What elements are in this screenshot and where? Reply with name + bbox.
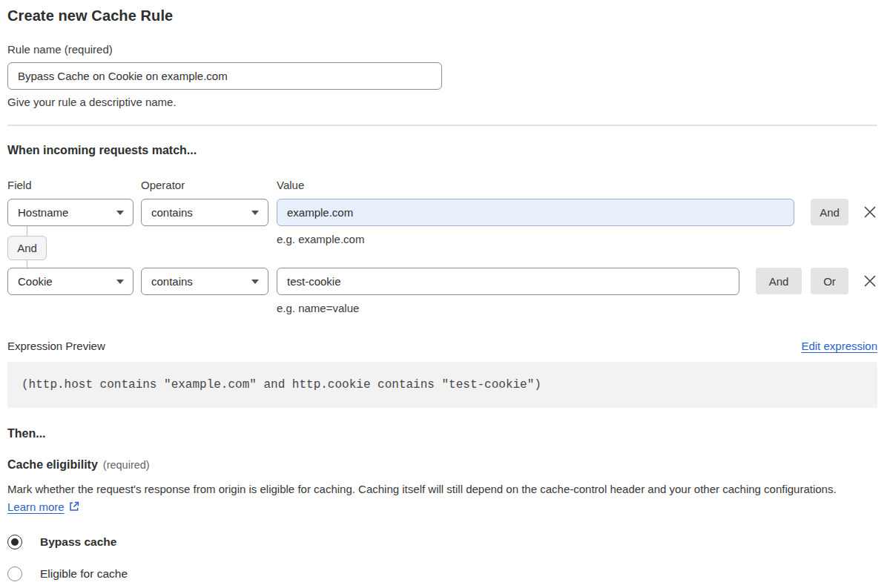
remove-condition-button-2[interactable]	[863, 274, 877, 291]
radio-option-eligible-for-cache[interactable]: Eligible for cache	[7, 566, 877, 581]
connector-and-button[interactable]: And	[7, 236, 47, 260]
radio-unselected-icon[interactable]	[7, 566, 22, 581]
expression-preview-box: (http.host contains "example.com" and ht…	[7, 362, 877, 408]
close-icon	[863, 205, 877, 219]
value-example-1: e.g. example.com	[277, 233, 794, 245]
operator-select-2[interactable]: contains	[141, 268, 268, 295]
remove-condition-button-1[interactable]	[863, 205, 877, 222]
condition-row-1: Hostname contains e.g. example.com And	[7, 199, 877, 245]
external-link-icon	[68, 500, 80, 518]
required-label: (required)	[103, 459, 150, 471]
radio-label-bypass-cache: Bypass cache	[40, 535, 116, 549]
operator-select-2-value: contains	[151, 275, 193, 288]
chevron-down-icon	[116, 280, 124, 284]
expression-header: Expression Preview Edit expression	[7, 340, 877, 352]
value-column-label: Value	[277, 179, 304, 191]
chevron-down-icon	[251, 211, 259, 215]
field-select-1-value: Hostname	[18, 206, 68, 219]
rule-name-help: Give your rule a descriptive name.	[7, 96, 877, 108]
expression-preview-label: Expression Preview	[7, 340, 105, 352]
value-column-2: e.g. name=value	[277, 268, 739, 314]
cache-eligibility-heading: Cache eligibility(required)	[7, 458, 877, 472]
value-input-1[interactable]	[277, 199, 794, 226]
close-icon	[863, 274, 877, 288]
field-select-1[interactable]: Hostname	[7, 199, 134, 226]
radio-label-eligible-for-cache: Eligible for cache	[40, 567, 128, 581]
rule-name-input[interactable]	[7, 62, 442, 90]
condition-rows: Hostname contains e.g. example.com And	[7, 199, 877, 314]
add-and-button-2[interactable]: And	[756, 268, 802, 294]
page-title: Create new Cache Rule	[7, 7, 877, 24]
cache-eligibility-description: Mark whether the request's response from…	[7, 480, 868, 518]
description-text: Mark whether the request's response from…	[7, 483, 837, 495]
logic-buttons-1: And	[811, 199, 848, 225]
create-cache-rule-form: Create new Cache Rule Rule name (require…	[7, 0, 877, 581]
then-heading: Then...	[7, 427, 877, 440]
add-or-button-2[interactable]: Or	[811, 268, 848, 294]
condition-connector: And	[7, 226, 47, 269]
learn-more-link[interactable]: Learn more	[7, 501, 65, 513]
radio-selected-icon[interactable]	[7, 535, 22, 549]
field-select-2-value: Cookie	[18, 275, 53, 288]
rule-name-label: Rule name (required)	[7, 43, 877, 56]
add-and-button-1[interactable]: And	[811, 199, 848, 225]
field-select-2[interactable]: Cookie	[7, 268, 134, 295]
condition-column-labels: Field Operator Value	[7, 179, 877, 191]
chevron-down-icon	[116, 211, 124, 215]
match-heading: When incoming requests match...	[7, 144, 877, 157]
field-column-label: Field	[7, 179, 141, 191]
expression-code: (http.host contains "example.com" and ht…	[22, 378, 541, 392]
connector-line-top	[27, 226, 27, 236]
operator-column-label: Operator	[141, 179, 277, 191]
cache-eligibility-title: Cache eligibility	[7, 458, 98, 471]
logic-buttons-2: And Or	[756, 268, 848, 294]
value-input-2[interactable]	[277, 268, 739, 295]
value-example-2: e.g. name=value	[277, 302, 739, 314]
operator-select-1-value: contains	[151, 206, 193, 219]
chevron-down-icon	[251, 280, 259, 284]
condition-row-2: Cookie contains e.g. name=value And Or	[7, 268, 877, 314]
value-column-1: e.g. example.com	[277, 199, 794, 245]
section-divider	[7, 125, 877, 126]
edit-expression-link[interactable]: Edit expression	[801, 340, 877, 352]
connector-line-bottom	[27, 260, 27, 269]
operator-select-1[interactable]: contains	[141, 199, 268, 226]
radio-option-bypass-cache[interactable]: Bypass cache	[7, 535, 877, 549]
